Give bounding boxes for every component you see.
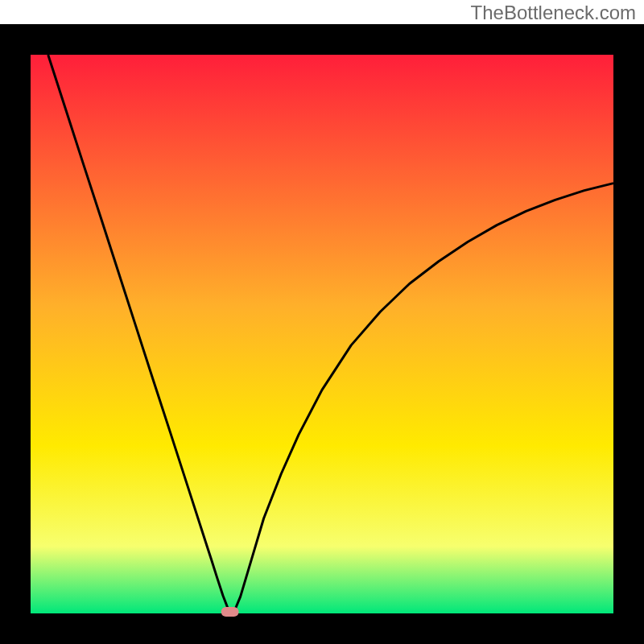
bottleneck-chart	[0, 0, 644, 644]
chart-container: TheBottleneck.com	[0, 0, 644, 644]
watermark-text: TheBottleneck.com	[471, 2, 636, 24]
plot-background	[31, 55, 613, 613]
minimum-marker	[221, 607, 239, 617]
